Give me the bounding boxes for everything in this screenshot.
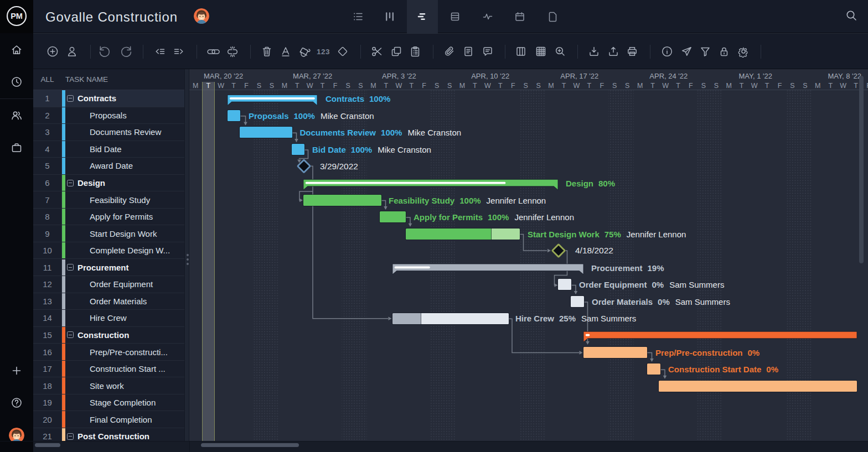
svg-text:PM: PM <box>11 12 23 20</box>
